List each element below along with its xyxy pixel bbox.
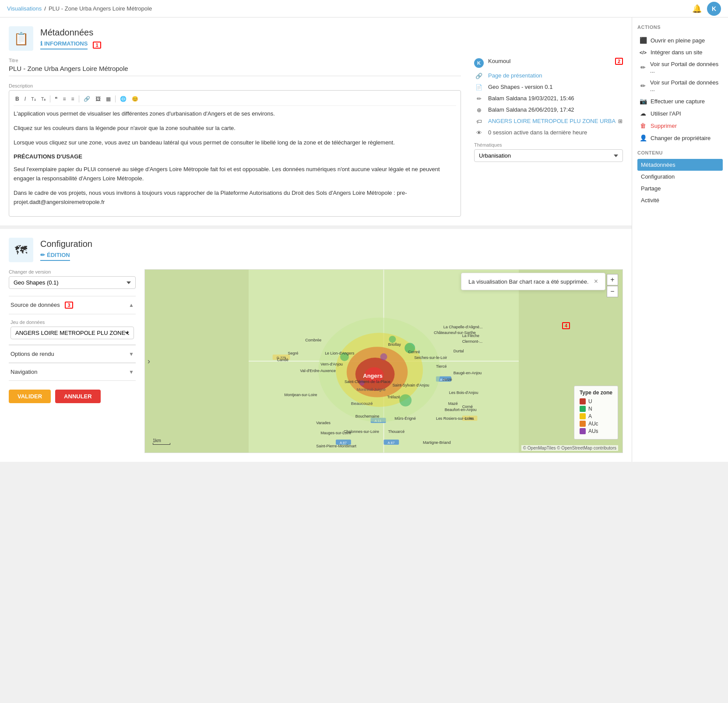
- config-header: 🗺 Configuration ✏ ÉDITION: [9, 238, 623, 262]
- toolbar-italic[interactable]: I: [23, 95, 28, 103]
- action-delete[interactable]: 🗑 Supprimer: [637, 120, 723, 132]
- tab-edition[interactable]: ✏ ÉDITION: [40, 252, 70, 261]
- info-icon: ℹ: [40, 40, 42, 47]
- page-row: 🔗 Page de présentation: [474, 72, 623, 79]
- action-embed[interactable]: </> Intégrer dans un site: [637, 46, 723, 58]
- map-legend: Type de zone U N A: [574, 386, 618, 439]
- accordion-navigation-header[interactable]: Navigation ▼: [9, 363, 136, 381]
- legend-label-aus: AUs: [588, 428, 598, 434]
- map-attribution: © OpenMapTiles © OpenStreetMap contribut…: [521, 445, 618, 451]
- version-select[interactable]: Geo Shapes (0.1): [9, 276, 136, 289]
- contenu-activite[interactable]: Activité: [637, 194, 723, 206]
- legend-color-u: [580, 398, 586, 404]
- toolbar-bold[interactable]: B: [14, 95, 21, 103]
- toolbar-t3[interactable]: T₃: [39, 95, 48, 103]
- toolbar-list2[interactable]: ≡: [70, 95, 76, 103]
- tag-edit-icon[interactable]: ⊞: [618, 118, 622, 124]
- valider-button[interactable]: VALIDER: [9, 390, 51, 403]
- svg-text:A 87: A 87: [387, 441, 394, 445]
- map-container: D 775 A 85 A 11 A 87 A 87: [144, 269, 623, 453]
- svg-text:Briollay: Briollay: [388, 343, 401, 347]
- contenu-partage[interactable]: Partage: [637, 183, 723, 194]
- action-portail-1[interactable]: ✏ Voir sur Portail de données ...: [637, 58, 723, 77]
- metadata-header: 📋 Métadonnées ℹ INFORMATIONS 1: [9, 26, 623, 51]
- breadcrumb: Visualisations / PLU - Zone Urba Angers …: [7, 5, 152, 12]
- toolbar-list1[interactable]: ≡: [61, 95, 67, 103]
- legend-label-u: U: [588, 398, 592, 404]
- toolbar-emoji2[interactable]: 😊: [130, 95, 140, 103]
- actions-label: ACTIONS: [637, 25, 723, 30]
- svg-text:Baugé-en-Anjou: Baugé-en-Anjou: [454, 371, 482, 375]
- owner-name: Koumoul: [488, 58, 510, 64]
- description-content: L'application vous permet de visualiser …: [14, 109, 456, 207]
- metadata-tab-bar: ℹ INFORMATIONS 1: [40, 40, 101, 49]
- toolbar-link[interactable]: 🔗: [82, 95, 92, 103]
- action-api[interactable]: ☁ Utiliser l'API: [637, 107, 723, 120]
- action-open-fullpage[interactable]: ⬛ Ouvrir en pleine page: [637, 34, 723, 46]
- bell-icon[interactable]: 🔔: [692, 4, 702, 14]
- legend-label-auc: AUc: [588, 421, 598, 427]
- metadata-icon: 📋: [9, 26, 33, 51]
- annuler-button[interactable]: ANNULER: [55, 390, 101, 403]
- contenu-configuration[interactable]: Configuration: [637, 171, 723, 183]
- tab-badge-1: 1: [93, 42, 101, 49]
- badge-4: 4: [562, 322, 570, 329]
- zoom-in-button[interactable]: +: [607, 274, 618, 285]
- plus-icon: ⊕: [474, 107, 484, 113]
- tag-link[interactable]: ANGERS LOIRE METROPOLE PLU ZONE URBA: [488, 118, 615, 124]
- page-link[interactable]: Page de présentation: [488, 72, 542, 79]
- tab-informations[interactable]: ℹ INFORMATIONS: [40, 40, 88, 49]
- accordion-source: Source de données 3 ▲ Jeu de données ANG…: [9, 296, 136, 345]
- user-avatar[interactable]: K: [707, 2, 721, 16]
- title-label: Titre: [9, 58, 461, 63]
- contenu-metadonnees[interactable]: Métadonnées: [637, 159, 723, 171]
- tag-icon: 🏷: [474, 118, 484, 125]
- cloud-icon: ☁: [639, 110, 647, 117]
- toolbar-t2[interactable]: T₂: [29, 95, 38, 103]
- config-icon: 🗺: [9, 238, 33, 262]
- format-icon: 📄: [474, 84, 484, 91]
- svg-text:Val-d'Erdre-Auxence: Val-d'Erdre-Auxence: [300, 369, 336, 373]
- zoom-out-button[interactable]: −: [607, 286, 618, 297]
- toolbar-quote[interactable]: ❝: [53, 95, 59, 103]
- desc-p3: Lorsque vous cliquez sur une zone, vous …: [14, 138, 456, 148]
- accordion-source-content: Jeu de données ANGERS LOIRE METROPOLE PL…: [9, 314, 136, 345]
- toast-message: La visualisation Bar chart race a été su…: [468, 278, 589, 285]
- action-change-owner[interactable]: 👤 Changer de propriétaire: [637, 132, 723, 144]
- version-label: Changer de version: [9, 269, 136, 274]
- portail1-icon: ✏: [639, 64, 647, 71]
- toolbar-table[interactable]: ▦: [104, 95, 113, 103]
- dataset-select[interactable]: ANGERS LOIRE METROPOLE PLU ZONE UR...: [11, 327, 134, 339]
- user-icon: 👤: [639, 134, 647, 141]
- link-icon: 🔗: [474, 73, 484, 79]
- svg-point-24: [380, 353, 387, 360]
- svg-text:Varades: Varades: [316, 421, 331, 425]
- svg-text:Les Bois-d'Anjou: Les Bois-d'Anjou: [449, 390, 478, 395]
- svg-text:Angers: Angers: [363, 373, 383, 379]
- toolbar-emoji[interactable]: 🌐: [118, 95, 128, 103]
- svg-text:Montjean-sur-Loire: Montjean-sur-Loire: [285, 393, 317, 397]
- svg-text:La Flèche: La Flèche: [462, 334, 479, 338]
- legend-color-n: [580, 406, 586, 412]
- badge-3: 3: [65, 302, 73, 309]
- right-sidebar: ACTIONS ⬛ Ouvrir en pleine page </> Inté…: [632, 18, 728, 462]
- action-portail-2[interactable]: ✏ Voir sur Portail de données ...: [637, 77, 723, 95]
- thematiques-container: Thématiques Urbanisation: [474, 142, 623, 162]
- action-capture[interactable]: 📷 Effectuer une capture: [637, 95, 723, 107]
- map-nav-arrow[interactable]: ›: [148, 357, 150, 366]
- accordion-options-header[interactable]: Options de rendu ▼: [9, 345, 136, 363]
- description-label: Description: [9, 83, 461, 88]
- svg-text:Vern-d'Anjou: Vern-d'Anjou: [320, 362, 343, 366]
- scale-label: 1km: [153, 438, 161, 443]
- accordion-options: Options de rendu ▼: [9, 345, 136, 363]
- legend-color-a: [580, 413, 586, 419]
- svg-text:Beaucouzé: Beaucouzé: [351, 401, 373, 406]
- breadcrumb-visualisations-link[interactable]: Visualisations: [7, 5, 42, 12]
- accordion-source-header[interactable]: Source de données 3 ▲: [9, 296, 136, 314]
- thematiques-select[interactable]: Urbanisation: [474, 149, 623, 162]
- toolbar-image[interactable]: 🖼: [94, 95, 102, 103]
- svg-text:Segré: Segré: [288, 351, 299, 355]
- map-zoom-controls: + −: [607, 274, 618, 297]
- tag-container: ANGERS LOIRE METROPOLE PLU ZONE URBA ⊞: [488, 118, 622, 124]
- toast-close-button[interactable]: ×: [594, 278, 598, 285]
